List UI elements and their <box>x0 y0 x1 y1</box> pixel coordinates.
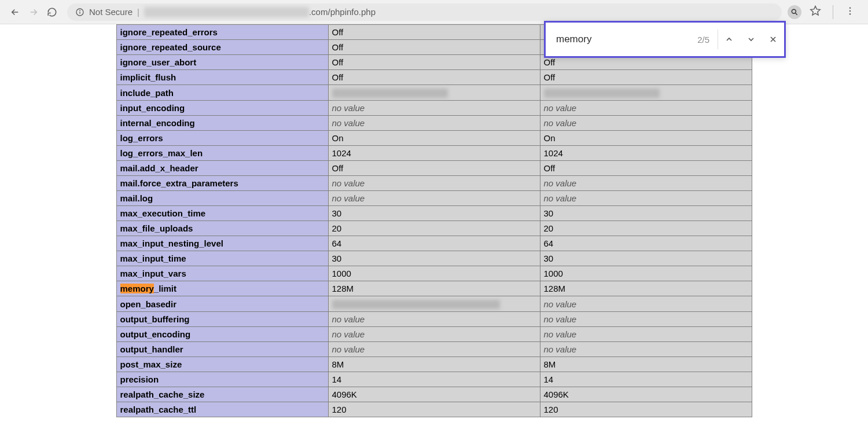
bookmark-star-icon[interactable] <box>810 5 821 19</box>
master-value: no value <box>540 312 752 327</box>
table-row: output_bufferingno valueno value <box>116 312 752 327</box>
master-value: 4096K <box>540 387 752 402</box>
master-value: no value <box>540 327 752 342</box>
local-value: On <box>328 131 540 146</box>
table-row: log_errorsOnOn <box>116 131 752 146</box>
directive-name: max_input_time <box>116 251 328 266</box>
directive-name: post_max_size <box>116 357 328 372</box>
local-value: 4096K <box>328 387 540 402</box>
master-value: Off <box>540 161 752 176</box>
local-value: Off <box>328 55 540 70</box>
directive-name: mail.log <box>116 191 328 206</box>
table-row: open_basedirno value <box>116 296 752 312</box>
table-row: mail.force_extra_parametersno valueno va… <box>116 176 752 191</box>
table-row: max_execution_time3030 <box>116 206 752 221</box>
directive-name: mail.add_x_header <box>116 161 328 176</box>
local-value: Off <box>328 40 540 55</box>
svg-point-2 <box>80 10 80 11</box>
master-value: no value <box>540 296 752 312</box>
directive-name: ignore_user_abort <box>116 55 328 70</box>
table-row: realpath_cache_ttl120120 <box>116 402 752 417</box>
back-button[interactable] <box>7 4 23 20</box>
local-value: 30 <box>328 251 540 266</box>
table-row: output_encodingno valueno value <box>116 327 752 342</box>
local-value: no value <box>328 342 540 357</box>
master-value: 30 <box>540 206 752 221</box>
local-value: no value <box>328 176 540 191</box>
svg-line-4 <box>796 13 797 14</box>
local-value: 64 <box>328 236 540 251</box>
directive-name: open_basedir <box>116 296 328 312</box>
find-next-button[interactable] <box>740 23 762 56</box>
forward-button[interactable] <box>25 4 42 20</box>
local-value: 1024 <box>328 146 540 161</box>
directive-name: realpath_cache_size <box>116 387 328 402</box>
directive-name: log_errors <box>116 131 328 146</box>
table-row: max_file_uploads2020 <box>116 221 752 236</box>
find-prev-button[interactable] <box>718 23 740 56</box>
master-value: 1024 <box>540 146 752 161</box>
toolbar-divider <box>833 5 833 19</box>
directive-name: implicit_flush <box>116 70 328 85</box>
not-secure-label: Not Secure <box>89 7 133 17</box>
table-row: precision1414 <box>116 372 752 387</box>
master-value: no value <box>540 191 752 206</box>
master-value: 1000 <box>540 266 752 281</box>
local-value: 120 <box>328 402 540 417</box>
local-value: 14 <box>328 372 540 387</box>
master-value: no value <box>540 101 752 116</box>
local-value: no value <box>328 101 540 116</box>
master-value: On <box>540 131 752 146</box>
address-bar[interactable]: Not Secure | .com/phpinfo.php <box>67 3 782 21</box>
menu-dots-icon[interactable] <box>845 6 855 19</box>
table-row: input_encodingno valueno value <box>116 101 752 116</box>
master-value: 30 <box>540 251 752 266</box>
table-row: max_input_nesting_level6464 <box>116 236 752 251</box>
table-row: output_handlerno valueno value <box>116 342 752 357</box>
local-value: no value <box>328 191 540 206</box>
svg-point-5 <box>849 7 851 9</box>
svg-point-3 <box>792 9 796 13</box>
url-blurred <box>144 7 309 17</box>
table-row: mail.add_x_headerOffOff <box>116 161 752 176</box>
master-value: 64 <box>540 236 752 251</box>
master-value: no value <box>540 342 752 357</box>
search-badge-icon[interactable] <box>788 5 801 19</box>
local-value: Off <box>328 70 540 85</box>
table-row: implicit_flushOffOff <box>116 70 752 85</box>
svg-point-6 <box>849 10 851 12</box>
master-value: 128M <box>540 281 752 296</box>
local-value <box>328 85 540 101</box>
toolbar-right <box>788 5 861 19</box>
directive-name: ignore_repeated_source <box>116 40 328 55</box>
directive-name: max_execution_time <box>116 206 328 221</box>
local-value: no value <box>328 312 540 327</box>
directive-name: include_path <box>116 85 328 101</box>
directive-name: max_input_nesting_level <box>116 236 328 251</box>
table-row: memory_limit128M128M <box>116 281 752 296</box>
address-divider: | <box>137 7 139 17</box>
local-value: Off <box>328 161 540 176</box>
table-row: log_errors_max_len10241024 <box>116 146 752 161</box>
page-content: 2/5 ignore_repeated_errorsOffOffignore_r… <box>0 24 868 417</box>
local-value: 1000 <box>328 266 540 281</box>
url-suffix: .com/phpinfo.php <box>309 7 376 17</box>
master-value: 20 <box>540 221 752 236</box>
directive-name: precision <box>116 372 328 387</box>
table-row: internal_encodingno valueno value <box>116 116 752 131</box>
table-row: mail.logno valueno value <box>116 191 752 206</box>
local-value: 8M <box>328 357 540 372</box>
local-value: 30 <box>328 206 540 221</box>
reload-button[interactable] <box>44 4 60 20</box>
find-input[interactable] <box>546 23 697 56</box>
local-value: 128M <box>328 281 540 296</box>
table-row: max_input_time3030 <box>116 251 752 266</box>
master-value: no value <box>540 176 752 191</box>
master-value: no value <box>540 116 752 131</box>
master-value: 8M <box>540 357 752 372</box>
local-value: 20 <box>328 221 540 236</box>
directive-name: output_encoding <box>116 327 328 342</box>
find-close-button[interactable] <box>762 23 784 56</box>
directive-name: output_buffering <box>116 312 328 327</box>
find-match-count: 2/5 <box>697 35 718 45</box>
